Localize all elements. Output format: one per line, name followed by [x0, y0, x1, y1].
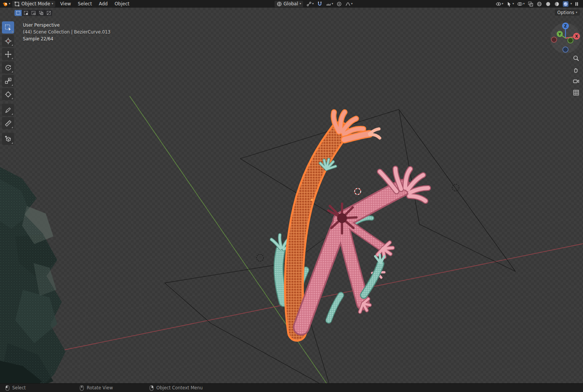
shading-solid-button[interactable] — [545, 1, 551, 7]
render-sample-label: Sample 22/64 — [23, 35, 111, 42]
blender-window: ▾ Object Mode ▾ View Select Add Object G… — [0, 0, 583, 392]
overlays-icon — [517, 1, 523, 7]
viewport-nav-controls — [573, 55, 580, 96]
proportional-editing-icon — [336, 1, 342, 7]
chevron-down-icon: ▾ — [523, 2, 525, 5]
menu-object[interactable]: Object — [111, 0, 132, 8]
tool-transform[interactable] — [2, 88, 14, 100]
rock-mesh[interactable] — [0, 167, 66, 392]
chevron-down-icon: ▾ — [502, 2, 503, 5]
select-mode-subtract[interactable] — [30, 10, 37, 16]
magnet-icon — [317, 1, 323, 7]
tool-annotate[interactable] — [2, 104, 14, 116]
status-label: Rotate View — [87, 385, 113, 390]
chevron-down-icon[interactable]: ▾ — [570, 2, 572, 5]
active-object-label: (44) Scene Collection | BezierCurve.013 — [23, 29, 111, 35]
snap-toggle[interactable] — [317, 1, 323, 7]
pan-hand-icon[interactable] — [573, 66, 580, 73]
gizmo-y-label: Y — [558, 32, 561, 36]
topbar: ▾ Object Mode ▾ View Select Add Object G… — [0, 0, 583, 8]
proportional-editing-toggle[interactable] — [336, 1, 342, 7]
status-label: Select — [12, 385, 26, 390]
xray-icon — [528, 1, 533, 7]
shading-rendered-icon — [563, 1, 569, 7]
mouse-left-icon — [5, 385, 10, 391]
xray-toggle[interactable] — [528, 1, 533, 7]
select-mode-group — [14, 10, 52, 16]
tool-rotate[interactable] — [2, 61, 14, 74]
viewport-info: User Perspective (44) Scene Collection |… — [23, 22, 111, 42]
selectability-dropdown[interactable]: ▾ — [506, 1, 514, 7]
mouse-middle-icon — [80, 385, 84, 391]
object-mode-icon — [14, 1, 20, 7]
gizmo-axis-y-neg — [568, 38, 573, 43]
shading-wireframe-icon — [536, 1, 542, 7]
status-hint-select: Select — [5, 385, 26, 391]
view-perspective-label: User Perspective — [23, 22, 111, 29]
tool-cursor[interactable] — [2, 35, 14, 47]
viewport-3d[interactable] — [0, 0, 583, 392]
menu-view[interactable]: View — [57, 0, 74, 8]
tool-measure[interactable] — [2, 117, 14, 129]
cursor-arrow-icon — [506, 1, 512, 7]
chevron-down-icon[interactable]: ▾ — [9, 2, 10, 5]
select-mode-invert[interactable] — [37, 10, 45, 16]
menu-add[interactable]: Add — [96, 0, 111, 8]
chevron-down-icon: ▾ — [300, 2, 301, 5]
transform-orientation-dropdown[interactable]: Global ▾ — [275, 1, 303, 7]
orthographic-grid-icon[interactable] — [573, 89, 580, 96]
chevron-down-icon: ▾ — [351, 2, 353, 5]
pivot-point-dropdown[interactable]: ▾ — [306, 1, 314, 7]
falloff-curve-icon — [345, 1, 351, 7]
snap-increment-icon — [326, 1, 331, 7]
tool-scale[interactable] — [2, 75, 14, 87]
select-mode-intersect[interactable] — [45, 10, 52, 16]
shading-wireframe-button[interactable] — [536, 1, 542, 7]
status-bar: Select Rotate View Object Context Menu — [0, 383, 583, 392]
status-hint-context-menu: Object Context Menu — [149, 385, 202, 391]
eye-icon — [496, 1, 501, 7]
tool-add-cube[interactable] — [2, 133, 14, 145]
orientation-label: Global — [284, 1, 298, 6]
visibility-dropdown[interactable]: ▾ — [496, 1, 503, 7]
gizmo-axis-z-neg — [563, 47, 568, 52]
camera-view-icon[interactable] — [573, 78, 580, 85]
options-label: Options — [557, 10, 574, 15]
status-hint-rotate-view: Rotate View — [80, 385, 113, 391]
proportional-falloff-dropdown[interactable]: ▾ — [345, 1, 353, 7]
3d-cursor-icon[interactable] — [352, 186, 363, 197]
gizmo-x-label: X — [575, 34, 578, 39]
chevron-down-icon: ▾ — [312, 2, 314, 5]
overlays-dropdown[interactable]: ▾ — [517, 1, 525, 7]
toolbar — [2, 21, 14, 145]
chevron-down-icon: ▾ — [52, 2, 53, 5]
shading-material-button[interactable] — [554, 1, 560, 7]
shading-solid-icon — [545, 1, 551, 7]
menu-select[interactable]: Select — [75, 0, 95, 8]
gizmo-axis-x-neg — [551, 37, 557, 42]
navigation-gizmo[interactable]: Z X Y — [549, 22, 581, 54]
mode-label: Object Mode — [21, 1, 50, 6]
pivot-point-icon — [306, 1, 312, 7]
orientation-global-icon — [276, 1, 282, 7]
tool-move[interactable] — [2, 48, 14, 60]
status-label: Object Context Menu — [156, 385, 202, 390]
pause-bars-icon — [574, 1, 580, 7]
snap-settings-dropdown[interactable]: ▾ — [326, 1, 333, 7]
options-dropdown[interactable]: Options ▾ — [555, 10, 580, 16]
mode-selector[interactable]: Object Mode ▾ — [12, 1, 55, 7]
curve-wireframes[interactable] — [165, 109, 516, 390]
editor-corner-button[interactable] — [574, 1, 580, 7]
blender-logo-icon[interactable] — [2, 1, 8, 7]
select-mode-extend[interactable] — [22, 10, 30, 16]
chevron-down-icon: ▾ — [576, 11, 577, 14]
shading-rendered-button[interactable] — [563, 1, 569, 7]
zoom-icon[interactable] — [573, 55, 580, 62]
chevron-down-icon: ▾ — [512, 2, 514, 5]
mouse-right-icon — [149, 385, 154, 391]
tool-settings-bar: Options ▾ — [0, 8, 583, 16]
gizmo-z-label: Z — [564, 24, 567, 28]
tool-select-box[interactable] — [2, 21, 14, 34]
shading-material-icon — [554, 1, 560, 7]
select-mode-set[interactable] — [14, 10, 22, 16]
